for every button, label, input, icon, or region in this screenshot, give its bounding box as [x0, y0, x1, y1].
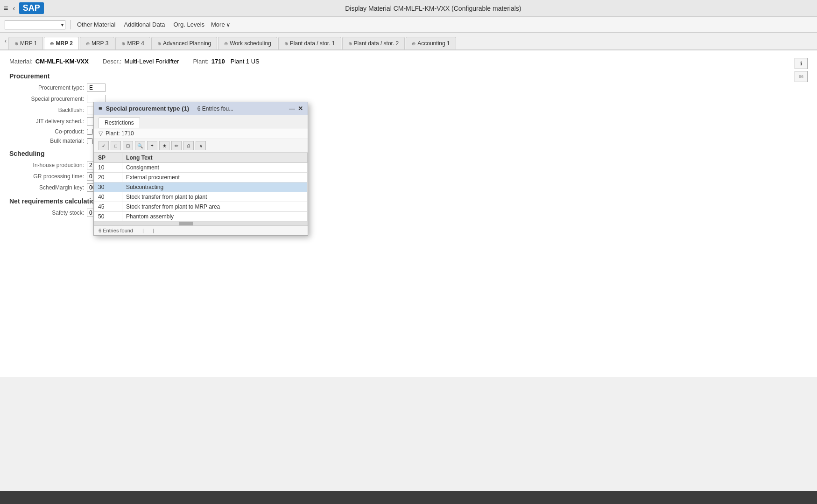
bulk-material-label: Bulk material: [19, 138, 84, 144]
co-product-checkbox[interactable] [87, 129, 93, 135]
popup-table-row[interactable]: 10Consignment [94, 163, 308, 173]
tab-mrp4-label: MRP 4 [127, 40, 144, 47]
tab-mrp2[interactable]: ⊕ MRP 2 [44, 37, 78, 50]
procurement-type-label: Procurement type: [19, 84, 84, 91]
gr-processing-label: GR processing time: [19, 173, 84, 180]
popup-table-header-row: SP Long Text [94, 153, 308, 163]
tab-mrp4-icon: ⊕ [121, 41, 125, 46]
popup-table-container[interactable]: SP Long Text 10Consignment20External pro… [94, 153, 308, 222]
popup-cell-longtext: Phantom assembly [122, 212, 308, 222]
descr-value: Multi-Level Forklifter [124, 58, 179, 65]
popup-cell-sp: 10 [94, 163, 122, 173]
material-info: Material: CM-MLFL-KM-VXX Descr.: Multi-L… [9, 58, 808, 65]
popup-header-icons: — ✕ [289, 105, 303, 112]
toolbar: Other Material Additional Data Org. Leve… [0, 17, 817, 33]
popup-cell-sp: 45 [94, 202, 122, 212]
popup-menu-icon: ≡ [99, 105, 102, 112]
popup-table-row[interactable]: 30Subcontracting [94, 182, 308, 192]
popup-more-button[interactable]: ∨ [196, 141, 206, 150]
safety-stock-label: Safety stock: [19, 210, 84, 216]
special-procurement-popup: ≡ Special procurement type (1) 6 Entries… [93, 102, 308, 236]
popup-filter-button[interactable]: ✦ [147, 141, 157, 150]
more-chevron-icon: ∨ [226, 21, 231, 28]
popup-table-row[interactable]: 40Stock transfer from plant to plant [94, 192, 308, 202]
popup-close-icon[interactable]: ✕ [298, 105, 303, 112]
popup-minimize-icon[interactable]: — [289, 105, 295, 112]
popup-cell-longtext: External procurement [122, 173, 308, 182]
popup-table-row[interactable]: 20External procurement [94, 173, 308, 182]
tab-advanced-icon: ⊕ [157, 41, 161, 46]
back-arrow-icon[interactable]: ‹ [13, 4, 15, 13]
popup-scrollbar-thumb[interactable] [179, 222, 193, 225]
tab-plant-data-2[interactable]: ⊕ Plant data / stor. 2 [342, 37, 405, 49]
tab-mrp1[interactable]: ⊕ MRP 1 [8, 37, 43, 49]
popup-confirm-button[interactable]: ✓ [99, 141, 109, 150]
tab-work-scheduling[interactable]: ⊕ Work scheduling [218, 37, 277, 49]
popup-tab-restrictions[interactable]: Restrictions [99, 117, 140, 128]
tab-mrp3[interactable]: ⊕ MRP 3 [80, 37, 114, 49]
tab-plant1-icon: ⊕ [284, 41, 288, 46]
tabs-bar: ‹ ⊕ MRP 1 ⊕ MRP 2 ⊕ MRP 3 ⊕ MRP 4 ⊕ Adva… [0, 33, 817, 50]
col-longtext-header: Long Text [122, 153, 308, 163]
popup-cell-longtext: Stock transfer from plant to MRP area [122, 202, 308, 212]
tab-work-label: Work scheduling [230, 40, 271, 47]
bulk-material-checkbox[interactable] [87, 138, 93, 144]
popup-scrollbar-horizontal[interactable] [94, 222, 308, 225]
material-label: Material: [9, 58, 33, 65]
tab-accounting[interactable]: ⊕ Accounting 1 [406, 37, 456, 49]
tab-mrp3-icon: ⊕ [86, 41, 90, 46]
material-select-wrap[interactable] [5, 20, 65, 29]
tab-mrp2-label: MRP 2 [56, 40, 72, 47]
tabs-nav-left-icon[interactable]: ‹ [5, 38, 7, 44]
descr-label: Descr.: [103, 58, 121, 65]
inhouse-prod-label: In-house production: [19, 162, 84, 168]
popup-title: Special procurement type (1) [106, 105, 194, 112]
hamburger-icon[interactable]: ≡ [4, 4, 8, 13]
popup-header: ≡ Special procurement type (1) 6 Entries… [94, 102, 308, 115]
co-product-label: Co-product: [19, 128, 84, 135]
popup-table-row[interactable]: 50Phantom assembly [94, 212, 308, 222]
descr-field-row: Descr.: Multi-Level Forklifter [103, 58, 179, 65]
plant-value: 1710 [211, 58, 225, 65]
popup-footer-bar2: | [153, 228, 155, 233]
popup-edit-button[interactable]: ✏ [171, 141, 182, 150]
tab-plant1-label: Plant data / stor. 1 [290, 40, 335, 47]
additional-data-button[interactable]: Additional Data [122, 20, 167, 29]
tab-mrp4[interactable]: ⊕ MRP 4 [115, 37, 150, 49]
tab-plant-data-1[interactable]: ⊕ Plant data / stor. 1 [278, 37, 341, 49]
tab-mrp1-label: MRP 1 [20, 40, 37, 47]
popup-deselect-button[interactable]: ⊡ [123, 141, 133, 150]
popup-bookmark-button[interactable]: ★ [159, 141, 169, 150]
tab-mrp3-label: MRP 3 [92, 40, 108, 47]
org-levels-button[interactable]: Org. Levels [172, 20, 206, 29]
tab-accounting-icon: ⊕ [412, 41, 416, 46]
more-button[interactable]: More ∨ [211, 21, 231, 28]
plant-name: Plant 1 US [231, 58, 260, 65]
popup-plant-label: Plant: 1710 [106, 130, 134, 137]
tab-advanced-planning[interactable]: ⊕ Advanced Planning [151, 37, 217, 49]
window-title: Display Material CM-MLFL-KM-VXX (Configu… [53, 5, 813, 12]
material-field-row: Material: CM-MLFL-KM-VXX [9, 58, 89, 65]
popup-select-button[interactable]: □ [111, 141, 121, 150]
procurement-type-input[interactable] [87, 84, 106, 92]
popup-footer: 6 Entries found | | [94, 225, 308, 235]
popup-cell-sp: 20 [94, 173, 122, 182]
popup-print-button[interactable]: ⎙ [183, 141, 194, 150]
info-icon-button[interactable]: ℹ [795, 58, 808, 69]
tab-mrp2-icon: ⊕ [50, 41, 54, 46]
material-value: CM-MLFL-KM-VXX [35, 58, 89, 65]
other-material-button[interactable]: Other Material [75, 20, 117, 29]
tab-plant2-label: Plant data / stor. 2 [354, 40, 399, 47]
sap-logo: SAP [19, 2, 44, 14]
plant-label: Plant: [193, 58, 208, 65]
settings-icon-button[interactable]: 66 [795, 71, 808, 82]
popup-table-row[interactable]: 45Stock transfer from plant to MRP area [94, 202, 308, 212]
popup-toolbar: ✓ □ ⊡ 🔍 ✦ ★ ✏ ⎙ ∨ [94, 139, 308, 153]
schedmargin-label: SchedMargin key: [19, 184, 84, 191]
popup-cell-sp: 40 [94, 192, 122, 202]
more-label: More [211, 21, 225, 28]
main-content: ℹ 66 Material: CM-MLFL-KM-VXX Descr.: Mu… [0, 50, 817, 377]
popup-search-button[interactable]: 🔍 [135, 141, 145, 150]
material-select[interactable] [5, 20, 65, 29]
tab-plant2-icon: ⊕ [348, 41, 352, 46]
